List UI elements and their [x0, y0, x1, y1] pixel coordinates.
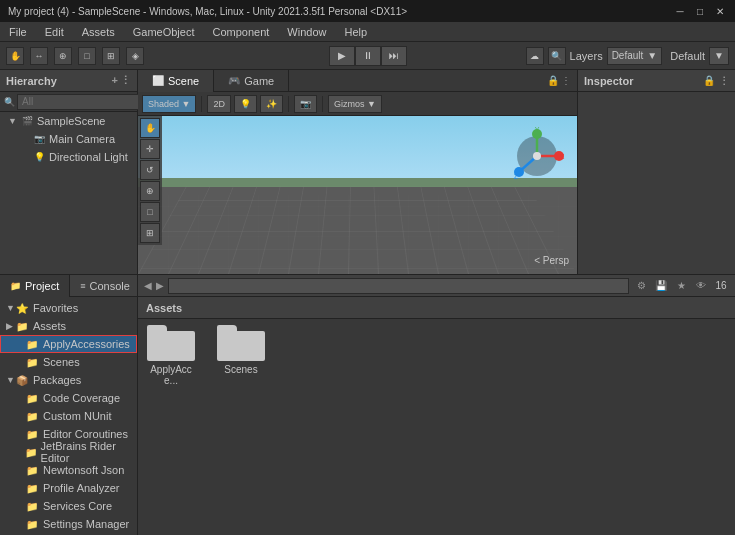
hierarchy-item-samplescene[interactable]: ▼ 🎬 SampleScene [0, 112, 137, 130]
assets-forward-icon[interactable]: ▶ [156, 280, 164, 291]
title-bar-text: My project (4) - SampleScene - Windows, … [8, 6, 673, 17]
scene-canvas[interactable]: ✋ ✛ ↺ ⊕ □ ⊞ Y [138, 116, 577, 274]
toolbar-custom-tool[interactable]: ◈ [126, 47, 144, 65]
samplescene-icon: 🎬 [20, 114, 34, 128]
menu-help[interactable]: Help [341, 25, 370, 39]
assets-star-icon[interactable]: ★ [673, 278, 689, 294]
proj-applyaccessories[interactable]: 📁 ApplyAccessories [0, 335, 137, 353]
scenes-icon: 📁 [26, 357, 40, 368]
proj-codecoverage[interactable]: 📁 Code Coverage [0, 389, 137, 407]
tt-hand-btn[interactable]: ✋ [140, 118, 160, 138]
tab-console[interactable]: ≡ Console [70, 275, 141, 297]
proj-customnunit[interactable]: 📁 Custom NUnit [0, 407, 137, 425]
toolbar-transform-tool[interactable]: ⊞ [102, 47, 120, 65]
hierarchy-search-icon: 🔍 [4, 97, 15, 107]
vp-shaded-btn[interactable]: Shaded ▼ [142, 95, 196, 113]
settingsmanager-label: Settings Manager [43, 518, 129, 530]
account-icon[interactable]: ☁ [526, 47, 544, 65]
menu-assets[interactable]: Assets [79, 25, 118, 39]
assets-count-badge: 16 [713, 278, 729, 294]
hierarchy-item-directionallight[interactable]: 💡 Directional Light [0, 148, 137, 166]
tt-rotate-btn[interactable]: ↺ [140, 160, 160, 180]
tab-game[interactable]: 🎮 Game [214, 70, 289, 92]
tt-rect-btn[interactable]: □ [140, 202, 160, 222]
svg-text:Y: Y [535, 126, 540, 133]
proj-assets[interactable]: ▶ 📁 Assets [0, 317, 137, 335]
toolbar-rect-tool[interactable]: □ [78, 47, 96, 65]
pause-button[interactable]: ⏸ [355, 46, 381, 66]
maincamera-label: Main Camera [49, 133, 115, 145]
assets-icon: 📁 [16, 321, 30, 332]
tt-scale-btn[interactable]: ⊕ [140, 181, 160, 201]
search-toolbar-icon[interactable]: 🔍 [548, 47, 566, 65]
viewport-lock-icon[interactable]: 🔒 [547, 75, 559, 86]
packages-icon: 📦 [16, 375, 30, 386]
vp-2d-btn[interactable]: 2D [207, 95, 231, 113]
vp-lighting-btn[interactable]: 💡 [234, 95, 257, 113]
vp-scenecam-btn[interactable]: 📷 [294, 95, 317, 113]
hierarchy-search-input[interactable] [17, 94, 154, 110]
proj-newtonsoftjson[interactable]: 📁 Newtonsoft Json [0, 461, 137, 479]
inspector-menu-icon[interactable]: ⋮ [719, 75, 729, 86]
toolbar-move-tool[interactable]: ✋ [6, 47, 24, 65]
scene-gizmo: Y X Z [507, 126, 567, 186]
asset-folder-applyaccessories[interactable]: ApplyAcce... [144, 325, 198, 386]
menu-window[interactable]: Window [284, 25, 329, 39]
asset-folder-scenes[interactable]: Scenes [214, 325, 268, 386]
step-button[interactable]: ⏭ [381, 46, 407, 66]
proj-servicescore[interactable]: 📁 Services Core [0, 497, 137, 515]
minimize-button[interactable]: ─ [673, 4, 687, 18]
tab-scene[interactable]: ⬜ Scene [138, 70, 214, 92]
inspector-header: Inspector 🔒 ⋮ [578, 70, 735, 92]
proj-jetbrainsridereditor[interactable]: 📁 JetBrains Rider Editor [0, 443, 137, 461]
assets-label: Assets [33, 320, 66, 332]
layout-dropdown[interactable]: ▼ [709, 47, 729, 65]
directionallight-icon: 💡 [32, 150, 46, 164]
vp-gizmos-btn[interactable]: Gizmos ▼ [328, 95, 382, 113]
proj-profileanalyzer[interactable]: 📁 Profile Analyzer [0, 479, 137, 497]
proj-scenes[interactable]: 📁 Scenes [0, 353, 137, 371]
hierarchy-add-icon[interactable]: + [112, 74, 118, 87]
hierarchy-menu-icon[interactable]: ⋮ [120, 74, 131, 87]
assets-search-input[interactable] [168, 278, 629, 294]
proj-favorites[interactable]: ▼ ⭐ Favorites [0, 299, 137, 317]
assets-eye-icon[interactable]: 👁 [693, 278, 709, 294]
console-tab-label: Console [90, 280, 130, 292]
play-button[interactable]: ▶ [329, 46, 355, 66]
proj-packages[interactable]: ▼ 📦 Packages [0, 371, 137, 389]
assets-back-icon[interactable]: ◀ [144, 280, 152, 291]
menu-edit[interactable]: Edit [42, 25, 67, 39]
scene-perspective-label: < Persp [534, 255, 569, 266]
menu-component[interactable]: Component [209, 25, 272, 39]
svg-text:Z: Z [514, 173, 519, 180]
scenes-folder-icon [217, 325, 265, 361]
transform-tools: ✋ ✛ ↺ ⊕ □ ⊞ [138, 116, 162, 245]
menu-gameobject[interactable]: GameObject [130, 25, 198, 39]
toolbar-rotate-tool[interactable]: ↔ [30, 47, 48, 65]
newtonsoftjson-label: Newtonsoft Json [43, 464, 124, 476]
tab-project[interactable]: 📁 Project [0, 275, 70, 297]
toolbar-scale-tool[interactable]: ⊕ [54, 47, 72, 65]
hierarchy-header: Hierarchy + ⋮ [0, 70, 137, 92]
hierarchy-search-bar: 🔍 [0, 92, 137, 112]
scenes-label: Scenes [43, 356, 80, 368]
layers-label: Layers [570, 50, 603, 62]
applyaccessories-label: ApplyAccessories [43, 338, 130, 350]
svg-text:X: X [560, 153, 565, 160]
assets-filter-icon[interactable]: ⚙ [633, 278, 649, 294]
maximize-button[interactable]: □ [693, 4, 707, 18]
tt-transform-btn[interactable]: ⊞ [140, 223, 160, 243]
assets-save-icon[interactable]: 💾 [653, 278, 669, 294]
play-controls: ▶ ⏸ ⏭ [329, 46, 407, 66]
viewport-menu-icon[interactable]: ⋮ [561, 75, 571, 86]
inspector-lock-icon[interactable]: 🔒 [703, 75, 715, 86]
assets-arrow: ▶ [6, 321, 16, 331]
menu-file[interactable]: File [6, 25, 30, 39]
tt-move-btn[interactable]: ✛ [140, 139, 160, 159]
scenes-folder-label: Scenes [224, 364, 257, 375]
proj-settingsmanager[interactable]: 📁 Settings Manager [0, 515, 137, 533]
close-button[interactable]: ✕ [713, 4, 727, 18]
hierarchy-item-maincamera[interactable]: 📷 Main Camera [0, 130, 137, 148]
layers-dropdown[interactable]: Default ▼ [607, 47, 663, 65]
vp-fx-btn[interactable]: ✨ [260, 95, 283, 113]
